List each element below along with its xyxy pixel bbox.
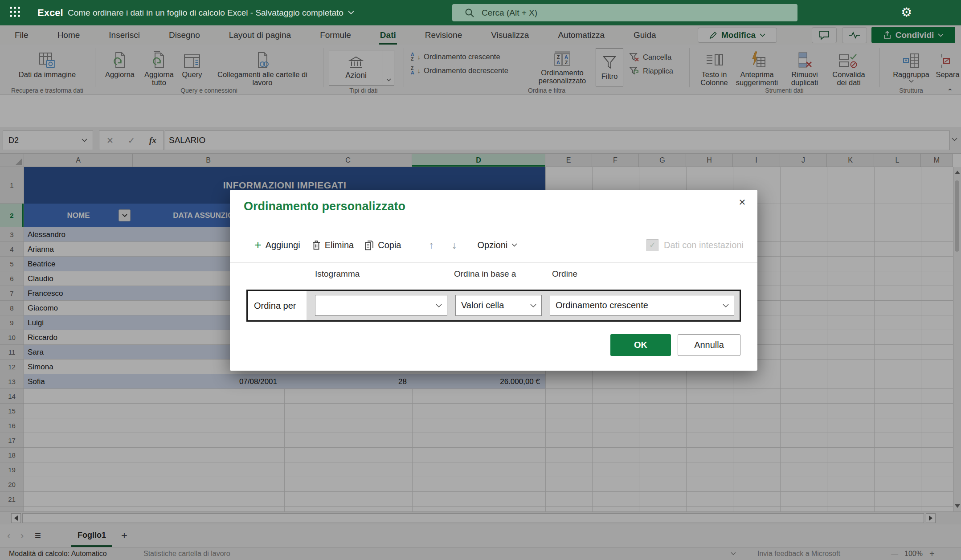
ordina-per-label: Ordina per [254, 291, 296, 320]
chevron-down-icon [511, 243, 517, 247]
app-launcher-icon[interactable] [10, 7, 20, 17]
settings-gear-icon[interactable]: ⚙ [901, 5, 912, 20]
app-header: Excel Come ordinare i dati in un foglio … [0, 0, 961, 25]
chevron-down-icon [436, 304, 442, 308]
aggiungi-label: Aggiungi [266, 240, 300, 250]
ok-button[interactable]: OK [610, 334, 671, 356]
opzioni-label: Opzioni [477, 240, 507, 250]
chevron-down-icon [723, 304, 729, 308]
col-label-istogramma: Istogramma [315, 269, 360, 279]
chevron-down-icon [348, 11, 354, 15]
search-icon [465, 8, 474, 18]
annulla-button[interactable]: Annulla [678, 334, 740, 356]
copia-button[interactable]: Copia [364, 240, 401, 250]
search-placeholder: Cerca (Alt + X) [482, 8, 537, 18]
dialog-divider [230, 262, 757, 263]
close-icon[interactable]: ✕ [734, 194, 750, 210]
col-label-ordine: Ordine [552, 269, 577, 279]
ordine-dropdown[interactable]: Ordinamento crescente [550, 295, 734, 316]
excel-window: Excel Come ordinare i dati in un foglio … [0, 0, 961, 560]
opzioni-button[interactable]: Opzioni [477, 240, 517, 250]
move-down-button[interactable]: ↓ [452, 239, 457, 251]
aggiungi-button[interactable]: + Aggiungi [254, 240, 300, 250]
elimina-label: Elimina [325, 240, 354, 250]
search-input[interactable]: Cerca (Alt + X) [452, 4, 797, 21]
col-label-ordina-in-base-a: Ordina in base a [454, 269, 516, 279]
document-title[interactable]: Come ordinare i dati in un foglio di cal… [68, 0, 354, 25]
move-up-button[interactable]: ↑ [429, 239, 434, 251]
arrow-up-icon: ↑ [429, 239, 434, 251]
ordina-base-dropdown-value: Valori cella [461, 300, 504, 310]
app-name: Excel [37, 0, 63, 25]
trash-icon [312, 240, 321, 250]
elimina-button[interactable]: Elimina [312, 240, 354, 250]
arrow-down-icon: ↓ [452, 239, 457, 251]
istogramma-dropdown[interactable] [315, 295, 447, 316]
checkbox-checked-icon: ✓ [646, 239, 658, 251]
chevron-down-icon [530, 304, 536, 308]
dialog-toolbar: + Aggiungi Elimina Copia ↑ ↓ Opzioni ✓ D… [244, 236, 744, 254]
dialog-title: Ordinamento personalizzato [244, 200, 405, 213]
custom-sort-dialog: Ordinamento personalizzato ✕ + Aggiungi … [230, 190, 757, 371]
dati-con-intestazioni-checkbox[interactable]: ✓ Dati con intestazioni [646, 239, 744, 251]
add-icon: + [254, 241, 262, 249]
sort-criteria-row: Ordina per Valori cella Ordinamento cres… [246, 290, 741, 322]
copy-icon [364, 240, 374, 250]
dati-con-intestazioni-label: Dati con intestazioni [664, 240, 744, 250]
copia-label: Copia [378, 240, 401, 250]
ordine-dropdown-value: Ordinamento crescente [556, 300, 648, 310]
ordina-base-dropdown[interactable]: Valori cella [455, 295, 542, 316]
document-title-text: Come ordinare i dati in un foglio di cal… [68, 8, 344, 18]
